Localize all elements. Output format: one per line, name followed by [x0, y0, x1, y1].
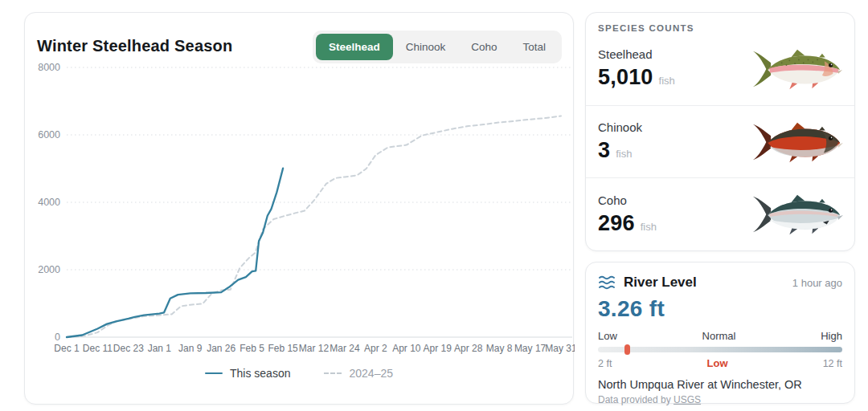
- svg-text:0: 0: [55, 332, 60, 343]
- tab-coho[interactable]: Coho: [458, 34, 510, 60]
- chart-header: Winter Steelhead Season Steelhead Chinoo…: [25, 26, 573, 63]
- species-name: Chinook: [598, 120, 642, 134]
- station-name: North Umpqua River at Winchester, OR: [598, 378, 842, 391]
- tab-steelhead[interactable]: Steelhead: [316, 34, 393, 60]
- svg-text:Feb 15: Feb 15: [268, 343, 298, 354]
- svg-text:Dec 11: Dec 11: [83, 343, 113, 354]
- svg-text:May 17: May 17: [514, 343, 547, 354]
- species-tab-group: Steelhead Chinook Coho Total: [313, 31, 562, 63]
- species-row-steelhead: Steelhead 5,010 fish: [586, 33, 854, 106]
- gauge-marker: [624, 344, 630, 355]
- species-row-coho: Coho 296 fish: [586, 178, 854, 250]
- svg-text:4000: 4000: [38, 197, 60, 208]
- scale-label-low: Low: [598, 330, 617, 342]
- chart-legend: This season 2024–25: [25, 367, 573, 380]
- legend-item-this-season: This season: [205, 367, 290, 380]
- species-info: Steelhead 5,010 fish: [598, 47, 675, 90]
- svg-text:Apr 10: Apr 10: [392, 343, 421, 354]
- season-line-chart: 02000400060008000Dec 1Dec 11Dec 23Jan 1J…: [25, 63, 575, 359]
- svg-text:Feb 5: Feb 5: [240, 343, 264, 354]
- waves-icon: [598, 275, 617, 291]
- scale-label-normal: Normal: [702, 330, 736, 342]
- svg-text:Jan 26: Jan 26: [207, 343, 235, 354]
- page-title: Winter Steelhead Season: [37, 31, 232, 55]
- solid-line-swatch: [205, 372, 223, 374]
- svg-text:6000: 6000: [38, 129, 60, 140]
- svg-text:Apr 28: Apr 28: [454, 343, 483, 354]
- svg-text:May 8: May 8: [486, 343, 513, 354]
- attribution-text: Data provided by: [598, 394, 674, 405]
- svg-text:Mar 24: Mar 24: [330, 343, 360, 354]
- species-counts-heading: SPECIES COUNTS: [586, 13, 854, 33]
- svg-text:Dec 1: Dec 1: [54, 343, 80, 354]
- river-level-value: 3.26 ft: [598, 296, 842, 322]
- species-unit: fish: [659, 75, 675, 87]
- svg-text:Jan 9: Jan 9: [178, 343, 203, 354]
- river-level-card: River Level 1 hour ago 3.26 ft Low Norma…: [585, 262, 855, 404]
- svg-text:Mar 12: Mar 12: [299, 343, 330, 354]
- species-name: Steelhead: [598, 47, 675, 61]
- gauge-max-label: 12 ft: [823, 358, 842, 369]
- data-attribution: Data provided by USGS: [598, 394, 842, 405]
- species-unit: fish: [616, 148, 632, 160]
- status-badge: Low: [707, 357, 728, 369]
- season-chart-card: Winter Steelhead Season Steelhead Chinoo…: [24, 12, 574, 405]
- tab-chinook[interactable]: Chinook: [393, 34, 459, 60]
- species-counts-card: SPECIES COUNTS Steelhead 5,010 fish: [585, 12, 855, 251]
- river-level-title: River Level: [624, 275, 697, 291]
- svg-text:2000: 2000: [38, 264, 60, 275]
- legend-label: 2024–25: [349, 367, 393, 380]
- chinook-fish-icon: [750, 119, 845, 165]
- last-updated-timestamp: 1 hour ago: [792, 277, 842, 289]
- scale-label-high: High: [821, 330, 842, 342]
- species-name: Coho: [598, 193, 657, 207]
- svg-text:8000: 8000: [38, 63, 60, 73]
- species-count: 296: [598, 211, 635, 236]
- river-level-gauge: [598, 347, 842, 352]
- species-info: Chinook 3 fish: [598, 120, 642, 163]
- usgs-link[interactable]: USGS: [674, 394, 701, 405]
- species-unit: fish: [641, 221, 657, 233]
- species-count: 5,010: [598, 65, 653, 90]
- gauge-min-label: 2 ft: [598, 358, 612, 369]
- species-rows: Steelhead 5,010 fish: [586, 33, 854, 250]
- svg-text:Apr 2: Apr 2: [364, 343, 387, 354]
- species-count: 3: [598, 138, 610, 163]
- species-row-chinook: Chinook 3 fish: [586, 106, 854, 179]
- series-2024–25: [67, 116, 561, 338]
- coho-fish-icon: [750, 191, 845, 238]
- legend-label: This season: [230, 367, 290, 380]
- tab-total[interactable]: Total: [510, 34, 559, 60]
- legend-item-previous-season: 2024–25: [324, 367, 393, 380]
- svg-text:Apr 19: Apr 19: [424, 343, 452, 354]
- svg-text:May 31: May 31: [545, 343, 575, 354]
- svg-text:Jan 1: Jan 1: [148, 343, 172, 354]
- species-info: Coho 296 fish: [598, 193, 657, 236]
- steelhead-fish-icon: [750, 46, 845, 92]
- svg-text:Dec 23: Dec 23: [113, 343, 144, 354]
- dashed-line-swatch: [324, 372, 342, 374]
- gauge-scale-labels: Low Normal High: [598, 330, 842, 342]
